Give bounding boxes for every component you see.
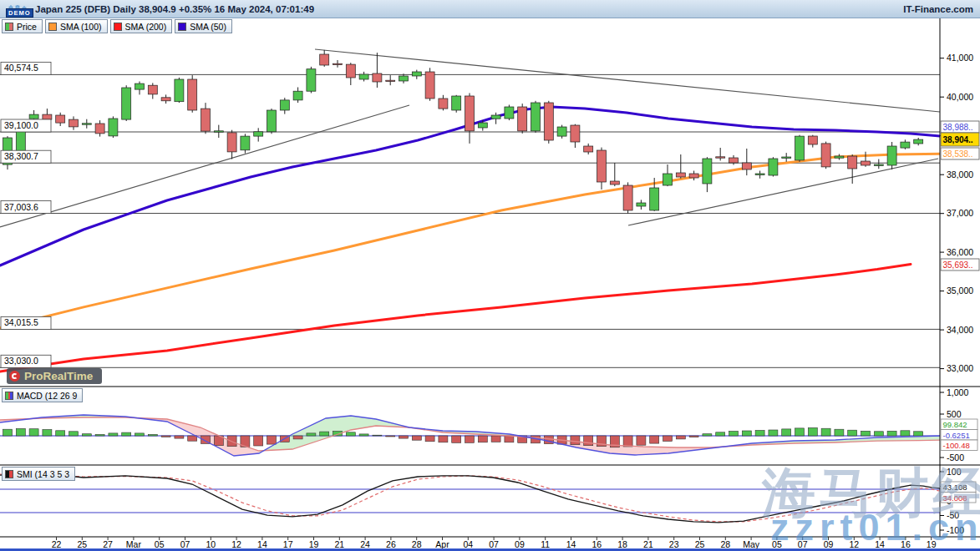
price-panel[interactable] bbox=[0, 49, 942, 372]
macd-histogram-bar bbox=[161, 436, 170, 437]
chart-app: DEMO Japan 225 (DFB) Daily 38,904.9 +0.3… bbox=[0, 0, 980, 551]
macd-histogram-bar bbox=[175, 436, 184, 438]
smi-axis-label: -100 bbox=[947, 525, 964, 535]
candle-body bbox=[227, 133, 236, 152]
prorealtime-watermark-label: ProRealTime bbox=[24, 370, 93, 382]
candle-body bbox=[293, 91, 302, 100]
macd-histogram-bar bbox=[808, 427, 817, 436]
legend-sma100[interactable]: SMA (100) bbox=[45, 19, 108, 33]
price-axis-label: 36,000 bbox=[947, 247, 973, 257]
macd-histogram-bar bbox=[82, 434, 91, 436]
price-level-label: 40,574.5 bbox=[4, 63, 38, 73]
candle-body bbox=[346, 64, 355, 78]
macd-histogram-bar bbox=[848, 430, 857, 436]
candle-body bbox=[861, 161, 871, 165]
trendline[interactable] bbox=[315, 49, 940, 112]
macd-histogram-bar bbox=[689, 436, 698, 437]
candle-body bbox=[478, 123, 487, 128]
candle-body bbox=[914, 139, 923, 144]
macd-panel[interactable] bbox=[0, 415, 940, 456]
price-axis-label: 35,000 bbox=[947, 286, 973, 296]
macd-series-icon bbox=[5, 392, 13, 400]
legend-sma200-label: SMA (200) bbox=[125, 22, 167, 32]
axis-value-text: 38,904.. bbox=[943, 135, 973, 144]
price-level-label: 38,300.7 bbox=[4, 151, 38, 161]
macd-histogram-bar bbox=[307, 433, 316, 436]
sma50-series-icon bbox=[178, 23, 186, 31]
macd-legend[interactable]: MACD (12 26 9 bbox=[2, 388, 83, 402]
smi-legend[interactable]: SMI (14 3 5 3 bbox=[2, 467, 75, 481]
candle-body bbox=[835, 156, 844, 158]
legend-sma50[interactable]: SMA (50) bbox=[175, 19, 232, 33]
macd-histogram-bar bbox=[439, 436, 448, 442]
macd-histogram-bar bbox=[478, 436, 487, 442]
smi-signal-line bbox=[0, 474, 940, 522]
candle-body bbox=[280, 100, 289, 110]
candle-body bbox=[188, 79, 197, 110]
macd-histogram-bar bbox=[135, 433, 145, 436]
macd-histogram-bar bbox=[676, 436, 685, 439]
price-axis-label: 38,000 bbox=[947, 169, 973, 179]
macd-histogram-bar bbox=[742, 431, 751, 436]
legend-price[interactable]: Price bbox=[2, 19, 43, 33]
candle-body bbox=[69, 119, 79, 127]
macd-histogram-bar bbox=[637, 436, 646, 445]
macd-histogram-bar bbox=[95, 434, 104, 436]
smi-legend-label: SMI (14 3 5 3 bbox=[17, 469, 69, 479]
smi-axis-label: 100 bbox=[947, 467, 962, 477]
candle-body bbox=[373, 73, 382, 82]
macd-histogram-bar bbox=[412, 436, 421, 440]
macd-histogram-bar bbox=[835, 429, 844, 436]
macd-value-text: -100.48 bbox=[943, 441, 970, 450]
candle-body bbox=[531, 103, 541, 131]
macd-histogram-bar bbox=[16, 428, 25, 436]
sma-200-line bbox=[0, 264, 911, 372]
macd-histogram-bar bbox=[254, 436, 263, 446]
candle-body bbox=[175, 79, 184, 102]
candle-body bbox=[56, 115, 65, 123]
macd-histogram-bar bbox=[386, 436, 395, 437]
candle-body bbox=[307, 69, 316, 92]
candle-body bbox=[109, 119, 118, 136]
candle-body bbox=[95, 124, 104, 134]
macd-histogram-bar bbox=[795, 428, 805, 436]
smi-panel[interactable] bbox=[0, 473, 940, 523]
macd-histogram-bar bbox=[320, 432, 329, 436]
sma100-series-icon bbox=[48, 23, 57, 31]
macd-histogram-bar bbox=[452, 436, 461, 442]
candle-body bbox=[557, 127, 566, 136]
macd-histogram-bar bbox=[901, 431, 910, 436]
macd-histogram-bar bbox=[267, 436, 277, 444]
macd-histogram-bar bbox=[769, 430, 778, 436]
macd-histogram-bar bbox=[544, 436, 553, 444]
candle-body bbox=[716, 157, 725, 158]
macd-histogram-bar bbox=[373, 435, 382, 436]
prorealtime-watermark: ProRealTime bbox=[7, 368, 102, 384]
candle-body bbox=[333, 63, 343, 64]
candle-body bbox=[148, 85, 157, 94]
price-axis-label: 37,000 bbox=[947, 208, 973, 218]
macd-histogram-bar bbox=[29, 429, 38, 436]
candle-body bbox=[439, 99, 448, 109]
chart-canvas[interactable]: 40,574.539,100.038,300.737,003.634,015.5… bbox=[0, 0, 980, 551]
panel-borders bbox=[0, 18, 980, 537]
prorealtime-logo-icon bbox=[9, 371, 20, 382]
candle-body bbox=[795, 136, 805, 160]
candle-body bbox=[571, 125, 580, 142]
macd-histogram-bar bbox=[650, 436, 659, 443]
price-axis-label: 34,000 bbox=[947, 325, 973, 335]
candle-body bbox=[254, 132, 263, 136]
candle-body bbox=[782, 157, 791, 158]
x-axis[interactable]: 222527Mar0507101214171921242628Apr040709… bbox=[52, 537, 937, 549]
macd-histogram-bar bbox=[56, 431, 65, 436]
macd-axis-label: 500 bbox=[947, 409, 962, 419]
price-level-label: 33,030.0 bbox=[4, 356, 38, 366]
candle-body bbox=[650, 188, 659, 210]
candle-body bbox=[610, 181, 619, 185]
sma200-series-icon bbox=[114, 23, 122, 31]
macd-histogram-bar bbox=[109, 433, 118, 436]
candle-body bbox=[241, 136, 250, 150]
legend-sma200[interactable]: SMA (200) bbox=[110, 19, 173, 33]
price-level-labels: 40,574.539,100.038,300.737,003.634,015.5… bbox=[1, 62, 51, 367]
price-axis-label: 33,000 bbox=[947, 363, 973, 373]
